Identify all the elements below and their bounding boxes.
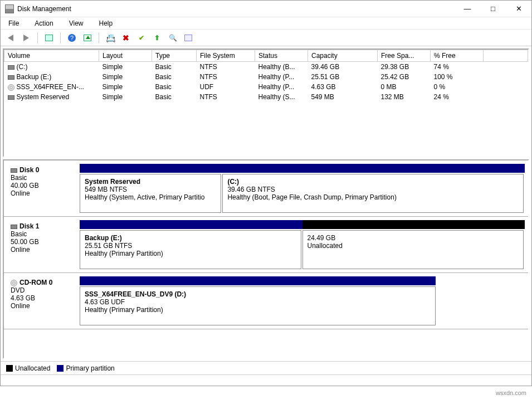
volume-row[interactable]: System ReservedSimpleBasicNTFSHealthy (S… <box>4 92 528 102</box>
legend-primary: Primary partition <box>57 364 114 372</box>
volume-pctfree: 74 % <box>431 62 484 72</box>
col-layout[interactable]: Layout <box>99 50 152 62</box>
disk-label[interactable]: Disk 0Basic40.00 GBOnline <box>7 164 74 213</box>
search-button[interactable]: 🔍 <box>167 32 178 43</box>
partition[interactable]: System Reserved549 MB NTFSHealthy (Syste… <box>80 174 221 213</box>
volume-row[interactable]: (C:)SimpleBasicNTFSHealthy (B...39.46 GB… <box>4 62 528 72</box>
volume-free: 132 MB <box>378 92 431 102</box>
disk-status: Online <box>11 189 74 197</box>
disk-size: 50.00 GB <box>11 238 74 246</box>
col-fs[interactable]: File System <box>197 50 255 62</box>
rescan-disks-button[interactable]: 📇 <box>105 32 116 43</box>
volume-layout: Simple <box>99 72 152 82</box>
watermark: wsxdn.com <box>496 390 526 396</box>
volume-name: Backup (E:) <box>17 73 52 81</box>
volume-fs: NTFS <box>197 72 255 82</box>
partition-status: Unallocated <box>308 242 519 250</box>
partition-name: Backup (E:) <box>85 234 296 242</box>
volume-layout: Simple <box>99 62 152 72</box>
minimize-button[interactable]: — <box>455 1 480 17</box>
partition-size: 24.49 GB <box>308 234 519 242</box>
titlebar: Disk Management — □ ✕ <box>1 1 531 17</box>
volume-capacity: 25.51 GB <box>308 72 378 82</box>
toolbar: ? 📇 ✖ ✔ ⬆ 🔍 <box>1 30 531 46</box>
menu-view[interactable]: View <box>66 18 87 28</box>
disk-row: CD-ROM 0DVD4.63 GBOnlineSSS_X64FREE_EN-U… <box>4 273 528 329</box>
col-capacity[interactable]: Capacity <box>308 50 378 62</box>
disk-label[interactable]: CD-ROM 0DVD4.63 GBOnline <box>7 276 74 325</box>
show-hide-console-button[interactable] <box>43 32 55 43</box>
col-type[interactable]: Type <box>152 50 197 62</box>
disk-partitions: SSS_X64FREE_EN-US_DV9 (D:)4.63 GB UDFHea… <box>80 276 525 325</box>
partition-name: SSS_X64FREE_EN-US_DV9 (D:) <box>85 290 431 298</box>
volume-capacity: 39.46 GB <box>308 62 378 72</box>
back-button[interactable] <box>5 32 16 43</box>
volume-row[interactable]: SSS_X64FREE_EN-...SimpleBasicUDFHealthy … <box>4 82 528 92</box>
menubar: File Action View Help <box>1 17 531 30</box>
partition-size: 4.63 GB UDF <box>85 298 431 306</box>
disk-management-icon <box>5 4 14 13</box>
volume-name: (C:) <box>17 63 28 71</box>
partition[interactable]: (C:)39.46 GB NTFSHealthy (Boot, Page Fil… <box>222 174 524 213</box>
volume-table: Volume Layout Type File System Status Ca… <box>4 50 528 102</box>
partition[interactable]: SSS_X64FREE_EN-US_DV9 (D:)4.63 GB UDFHea… <box>80 286 436 325</box>
up-button[interactable]: ⬆ <box>152 32 163 43</box>
toolbar-separator <box>37 32 38 43</box>
volume-type: Basic <box>152 62 197 72</box>
col-pctfree[interactable]: % Free <box>431 50 484 62</box>
disk-status: Online <box>11 302 74 310</box>
menu-action[interactable]: Action <box>31 18 56 28</box>
legend-unallocated: Unallocated <box>6 364 50 372</box>
col-free[interactable]: Free Spa... <box>378 50 431 62</box>
col-volume[interactable]: Volume <box>4 50 99 62</box>
menu-file[interactable]: File <box>5 18 22 28</box>
disk-name: Disk 0 <box>19 166 39 174</box>
list-button[interactable] <box>183 32 194 43</box>
partition-status: Healthy (Boot, Page File, Crash Dump, Pr… <box>227 193 519 201</box>
col-extra[interactable] <box>484 50 528 62</box>
disk-status: Online <box>11 246 74 254</box>
delete-button[interactable]: ✖ <box>120 32 131 43</box>
volume-pctfree: 100 % <box>431 72 484 82</box>
disk-partitions: Backup (E:)25.51 GB NTFSHealthy (Primary… <box>80 220 525 269</box>
volume-list[interactable]: Volume Layout Type File System Status Ca… <box>3 48 529 157</box>
disk-icon <box>11 280 17 286</box>
toolbar-separator <box>60 32 61 43</box>
volume-pctfree: 0 % <box>431 82 484 92</box>
col-status[interactable]: Status <box>255 50 308 62</box>
disk-type: DVD <box>11 286 74 294</box>
partition-unallocated[interactable]: 24.49 GBUnallocated <box>302 230 524 269</box>
disk-label[interactable]: Disk 1Basic50.00 GBOnline <box>7 220 74 269</box>
volume-layout: Simple <box>99 92 152 102</box>
volume-capacity: 549 MB <box>308 92 378 102</box>
disk-name: Disk 1 <box>19 222 39 230</box>
volume-status: Healthy (S... <box>255 92 308 102</box>
disk-graphic-pane[interactable]: Disk 0Basic40.00 GBOnlineSystem Reserved… <box>3 159 529 359</box>
partition[interactable]: Backup (E:)25.51 GB NTFSHealthy (Primary… <box>80 230 301 269</box>
volume-free: 0 MB <box>378 82 431 92</box>
approve-button[interactable]: ✔ <box>136 32 147 43</box>
forward-button[interactable] <box>21 32 32 43</box>
disk-size: 4.63 GB <box>11 294 74 302</box>
volume-free: 29.38 GB <box>378 62 431 72</box>
disk-icon <box>8 65 14 70</box>
window-title: Disk Management <box>17 5 455 13</box>
disk-name: CD-ROM 0 <box>19 279 52 286</box>
disk-icon <box>8 95 14 100</box>
toolbar-separator <box>99 32 99 43</box>
close-button[interactable]: ✕ <box>506 1 531 17</box>
legend: Unallocated Primary partition <box>1 361 531 374</box>
disk-type: Basic <box>11 174 74 182</box>
maximize-button[interactable]: □ <box>480 1 506 17</box>
partition-size: 39.46 GB NTFS <box>227 186 519 193</box>
volume-status: Healthy (P... <box>255 72 308 82</box>
volume-type: Basic <box>152 92 197 102</box>
menu-help[interactable]: Help <box>96 18 116 28</box>
volume-row[interactable]: Backup (E:)SimpleBasicNTFSHealthy (P...2… <box>4 72 528 82</box>
volume-layout: Simple <box>99 82 152 92</box>
refresh-button[interactable] <box>82 32 93 43</box>
partition-status: Healthy (System, Active, Primary Partiti… <box>85 193 216 201</box>
help-button[interactable]: ? <box>66 32 77 43</box>
disk-partitions: System Reserved549 MB NTFSHealthy (Syste… <box>80 164 525 213</box>
disk-icon <box>11 168 17 173</box>
